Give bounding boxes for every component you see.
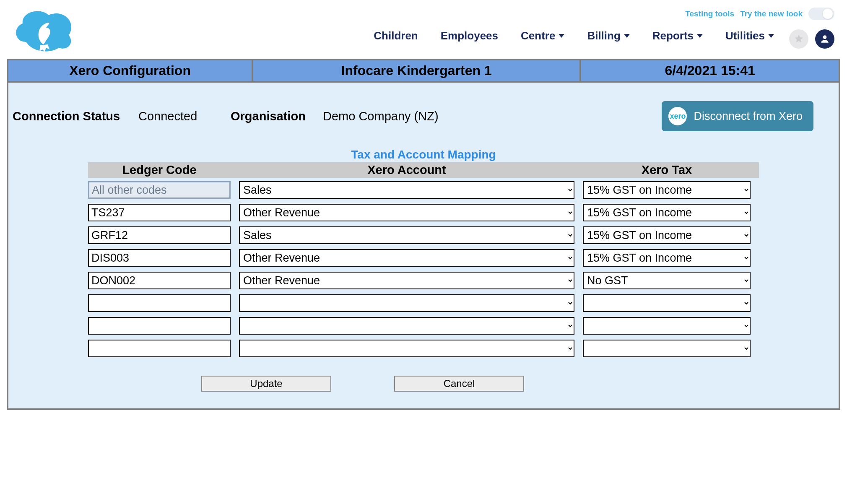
xero-account-select[interactable]: SalesOther Revenue xyxy=(239,294,574,312)
update-button[interactable]: Update xyxy=(201,376,331,392)
caret-down-icon xyxy=(624,34,630,38)
xero-account-select[interactable]: SalesOther Revenue xyxy=(239,226,574,244)
main-nav: Children Employees Centre Billing Report… xyxy=(374,29,837,42)
header-tax: Xero Tax xyxy=(583,163,751,177)
caret-down-icon xyxy=(697,34,703,38)
caret-down-icon xyxy=(768,34,774,38)
header-account: Xero Account xyxy=(239,163,574,177)
favorites-button[interactable] xyxy=(789,29,808,49)
xero-tax-select[interactable]: 15% GST on IncomeNo GST xyxy=(583,249,751,267)
connection-status-label: Connection Status xyxy=(13,109,134,123)
caret-down-icon xyxy=(559,34,564,38)
mapping-grid: SalesOther Revenue15% GST on IncomeNo GS… xyxy=(88,181,759,357)
brand-logo xyxy=(10,4,77,55)
header-ledger: Ledger Code xyxy=(88,163,231,177)
button-row: Update Cancel xyxy=(201,376,759,392)
xero-tax-select[interactable]: 15% GST on IncomeNo GST xyxy=(583,317,751,335)
nav-utilities-label: Utilities xyxy=(725,29,765,42)
xero-tax-select[interactable]: 15% GST on IncomeNo GST xyxy=(583,226,751,244)
ledger-code-input[interactable] xyxy=(88,226,231,244)
xero-account-select[interactable]: SalesOther Revenue xyxy=(239,204,574,221)
nav-children[interactable]: Children xyxy=(374,29,418,42)
xero-tax-select[interactable]: 15% GST on IncomeNo GST xyxy=(583,272,751,289)
ledger-code-input xyxy=(88,181,231,199)
mapping-header: Ledger Code Xero Account Xero Tax xyxy=(88,162,759,178)
xero-tax-select[interactable]: 15% GST on IncomeNo GST xyxy=(583,181,751,199)
cancel-button[interactable]: Cancel xyxy=(394,376,524,392)
top-right-icons xyxy=(789,29,834,49)
xero-badge-icon: xero xyxy=(668,107,687,125)
nav-utilities[interactable]: Utilities xyxy=(725,29,774,42)
star-icon xyxy=(794,34,804,44)
testing-tools-link[interactable]: Testing tools xyxy=(685,9,734,18)
xero-account-select[interactable]: SalesOther Revenue xyxy=(239,272,574,289)
xero-account-select[interactable]: SalesOther Revenue xyxy=(239,317,574,335)
title-left: Xero Configuration xyxy=(8,60,253,81)
organisation-label: Organisation xyxy=(231,109,319,123)
nav-centre-label: Centre xyxy=(521,29,555,42)
ledger-code-input[interactable] xyxy=(88,249,231,267)
xero-tax-select[interactable]: 15% GST on IncomeNo GST xyxy=(583,294,751,312)
nav-reports[interactable]: Reports xyxy=(652,29,703,42)
ledger-code-input[interactable] xyxy=(88,204,231,221)
ledger-code-input[interactable] xyxy=(88,340,231,357)
user-icon xyxy=(819,34,830,44)
user-menu-button[interactable] xyxy=(815,29,834,49)
nav-employees[interactable]: Employees xyxy=(441,29,498,42)
theme-toggle[interactable] xyxy=(808,8,834,20)
svg-point-0 xyxy=(823,35,827,39)
try-new-look-link[interactable]: Try the new look xyxy=(740,9,803,18)
nav-billing[interactable]: Billing xyxy=(587,29,629,42)
title-row: Xero Configuration Infocare Kindergarten… xyxy=(8,60,839,83)
config-panel: Xero Configuration Infocare Kindergarten… xyxy=(7,59,840,410)
ledger-code-input[interactable] xyxy=(88,272,231,289)
title-right: 6/4/2021 15:41 xyxy=(581,60,839,81)
ledger-code-input[interactable] xyxy=(88,317,231,335)
title-center: Infocare Kindergarten 1 xyxy=(253,60,581,81)
organisation-value: Demo Company (NZ) xyxy=(323,109,474,123)
mapping-section: Tax and Account Mapping Ledger Code Xero… xyxy=(88,148,759,392)
nav-billing-label: Billing xyxy=(587,29,620,42)
xero-account-select[interactable]: SalesOther Revenue xyxy=(239,340,574,357)
xero-tax-select[interactable]: 15% GST on IncomeNo GST xyxy=(583,340,751,357)
nav-centre[interactable]: Centre xyxy=(521,29,564,42)
connection-status-value: Connected xyxy=(138,109,226,123)
disconnect-xero-button[interactable]: xero Disconnect from Xero xyxy=(662,101,813,131)
disconnect-label: Disconnect from Xero xyxy=(694,110,803,123)
xero-account-select[interactable]: SalesOther Revenue xyxy=(239,181,574,199)
top-bar: Testing tools Try the new look Children … xyxy=(0,0,847,59)
nav-reports-label: Reports xyxy=(652,29,694,42)
top-links: Testing tools Try the new look xyxy=(685,8,834,20)
ledger-code-input[interactable] xyxy=(88,294,231,312)
status-row: Connection Status Connected Organisation… xyxy=(8,83,839,135)
xero-tax-select[interactable]: 15% GST on IncomeNo GST xyxy=(583,204,751,221)
mapping-title: Tax and Account Mapping xyxy=(88,148,759,161)
xero-account-select[interactable]: SalesOther Revenue xyxy=(239,249,574,267)
